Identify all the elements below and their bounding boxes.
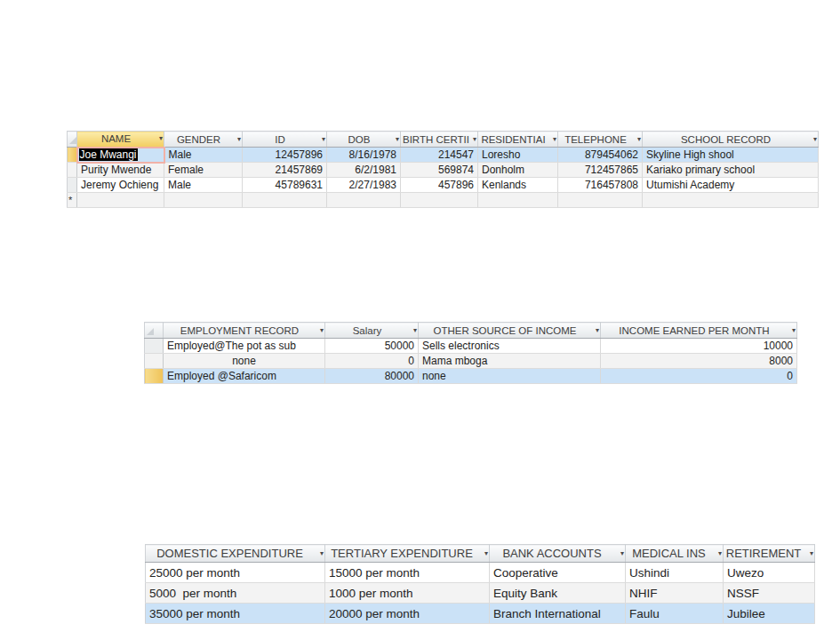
- cell-employment[interactable]: Employed @Safaricom: [164, 369, 325, 384]
- cell-tertiary-expenditure[interactable]: 1000 per month: [325, 583, 490, 604]
- record-selector[interactable]: [145, 339, 164, 354]
- column-header-telephone[interactable]: TELEPHONE▾: [558, 132, 643, 148]
- column-header-retirement[interactable]: RETIREMENT▾: [724, 545, 815, 563]
- cell-salary[interactable]: 0: [325, 354, 419, 369]
- column-header-school-record[interactable]: SCHOOL RECORD▾: [643, 132, 819, 148]
- new-record-selector[interactable]: *: [68, 193, 77, 208]
- cell-gender[interactable]: [164, 193, 243, 208]
- column-header-dob[interactable]: DOB▾: [327, 132, 401, 148]
- chevron-down-icon[interactable]: ▾: [396, 136, 399, 143]
- cell-domestic-expenditure[interactable]: 25000 per month: [146, 563, 325, 583]
- cell-other-income[interactable]: Sells electronics: [419, 339, 601, 354]
- cell-tertiary-expenditure[interactable]: 20000 per month: [325, 604, 490, 624]
- select-all-corner[interactable]: [68, 132, 77, 148]
- record-selector[interactable]: [68, 178, 77, 193]
- column-header-residential[interactable]: RESIDENTIAI▾: [478, 132, 558, 148]
- cell-dob[interactable]: 8/16/1978: [327, 148, 401, 163]
- cell-other-income[interactable]: none: [419, 369, 601, 384]
- chevron-down-icon[interactable]: ▾: [637, 136, 641, 143]
- column-header-employment-record[interactable]: EMPLOYMENT RECORD▾: [164, 323, 325, 339]
- cell-telephone[interactable]: 716457808: [558, 178, 643, 193]
- chevron-down-icon[interactable]: ▾: [718, 550, 722, 557]
- column-header-other-income[interactable]: OTHER SOURCE OF INCOME▾: [419, 323, 601, 339]
- cell-id[interactable]: [243, 193, 327, 208]
- chevron-down-icon[interactable]: ▾: [620, 550, 624, 557]
- column-header-salary[interactable]: Salary▾: [325, 323, 419, 339]
- cell-salary[interactable]: 50000: [325, 339, 419, 354]
- cell-gender[interactable]: Male: [164, 178, 243, 193]
- cell-gender[interactable]: Female: [164, 163, 243, 178]
- cell-id[interactable]: 12457896: [243, 148, 327, 163]
- chevron-down-icon[interactable]: ▾: [413, 327, 417, 334]
- cell-domestic-expenditure[interactable]: 35000 per month: [146, 604, 325, 624]
- column-header-income-per-month[interactable]: INCOME EARNED PER MONTH▾: [601, 323, 797, 339]
- chevron-down-icon[interactable]: ▾: [320, 550, 324, 557]
- select-all-corner[interactable]: [145, 323, 164, 339]
- cell-residential[interactable]: [478, 193, 558, 208]
- cell-id[interactable]: 21457869: [243, 163, 327, 178]
- record-selector[interactable]: [68, 163, 77, 178]
- column-header-gender[interactable]: GENDER▾: [164, 132, 243, 148]
- cell-telephone[interactable]: 879454062: [558, 148, 643, 163]
- cell-birth-cert[interactable]: 214547: [401, 148, 478, 163]
- cell-bank-accounts[interactable]: Branch International: [490, 604, 626, 624]
- cell-birth-cert[interactable]: [401, 193, 478, 208]
- cell-birth-cert[interactable]: 569874: [401, 163, 478, 178]
- cell-id[interactable]: 45789631: [243, 178, 327, 193]
- chevron-down-icon[interactable]: ▾: [813, 136, 817, 143]
- cell-residential[interactable]: Donholm: [478, 163, 558, 178]
- column-header-id[interactable]: ID▾: [243, 132, 327, 148]
- chevron-down-icon[interactable]: ▾: [322, 136, 325, 143]
- cell-retirement[interactable]: Jubilee: [724, 604, 815, 624]
- chevron-down-icon[interactable]: ▾: [484, 550, 488, 557]
- cell-salary[interactable]: 80000: [325, 369, 419, 384]
- cell-medical-insurance[interactable]: Faulu: [626, 604, 724, 624]
- record-selector[interactable]: [145, 354, 164, 369]
- cell-medical-insurance[interactable]: NHIF: [626, 583, 724, 604]
- cell-residential[interactable]: Kenlands: [478, 178, 558, 193]
- column-header-birth-cert[interactable]: BIRTH CERTII▾: [401, 132, 478, 148]
- cell-dob[interactable]: 6/2/1981: [327, 163, 401, 178]
- cell-telephone[interactable]: [558, 193, 643, 208]
- cell-retirement[interactable]: NSSF: [724, 583, 815, 604]
- cell-school-record[interactable]: Utumishi Academy: [643, 178, 819, 193]
- cell-name[interactable]: [77, 193, 164, 208]
- cell-school-record[interactable]: Kariako primary school: [643, 163, 819, 178]
- cell-birth-cert[interactable]: 457896: [401, 178, 478, 193]
- chevron-down-icon[interactable]: ▾: [792, 327, 796, 334]
- cell-residential[interactable]: Loresho: [478, 148, 558, 163]
- current-record-selector[interactable]: [145, 369, 164, 384]
- chevron-down-icon[interactable]: ▾: [810, 550, 813, 557]
- column-header-domestic-expenditure[interactable]: DOMESTIC EXPENDITURE▾: [146, 545, 325, 563]
- cell-income-per-month[interactable]: 8000: [601, 354, 797, 369]
- cell-other-income[interactable]: Mama mboga: [419, 354, 601, 369]
- chevron-down-icon[interactable]: ▾: [596, 327, 599, 334]
- chevron-down-icon[interactable]: ▾: [237, 136, 241, 143]
- chevron-down-icon[interactable]: ▾: [159, 135, 163, 142]
- cell-tertiary-expenditure[interactable]: 15000 per month: [325, 563, 490, 583]
- chevron-down-icon[interactable]: ▾: [473, 136, 476, 143]
- column-header-tertiary-expenditure[interactable]: TERTIARY EXPENDITURE▾: [325, 545, 490, 563]
- cell-employment[interactable]: Employed@The pot as sub: [164, 339, 325, 354]
- chevron-down-icon[interactable]: ▾: [320, 327, 324, 334]
- cell-domestic-expenditure[interactable]: 5000 per month: [146, 583, 325, 604]
- cell-bank-accounts[interactable]: Cooperative: [490, 563, 626, 583]
- active-cell-editor[interactable]: Joe Mwangi: [77, 148, 164, 163]
- cell-gender[interactable]: Male: [164, 148, 243, 163]
- cell-school-record[interactable]: [643, 193, 819, 208]
- cell-bank-accounts[interactable]: Equity Bank: [490, 583, 626, 604]
- cell-name[interactable]: Jeremy Ochieng: [77, 178, 164, 193]
- cell-retirement[interactable]: Uwezo: [724, 563, 815, 583]
- cell-telephone[interactable]: 712457865: [558, 163, 643, 178]
- cell-name[interactable]: Purity Mwende: [77, 163, 164, 178]
- cell-employment[interactable]: none: [164, 354, 325, 369]
- cell-dob[interactable]: 2/27/1983: [327, 178, 401, 193]
- column-header-name[interactable]: NAME▾: [77, 132, 164, 148]
- cell-income-per-month[interactable]: 10000: [601, 339, 797, 354]
- current-record-selector[interactable]: [68, 148, 77, 163]
- chevron-down-icon[interactable]: ▾: [553, 136, 556, 143]
- cell-school-record[interactable]: Skyline High shool: [643, 148, 819, 163]
- column-header-bank-accounts[interactable]: BANK ACCOUNTS▾: [490, 545, 626, 563]
- cell-income-per-month[interactable]: 0: [601, 369, 797, 384]
- cell-medical-insurance[interactable]: Ushindi: [626, 563, 724, 583]
